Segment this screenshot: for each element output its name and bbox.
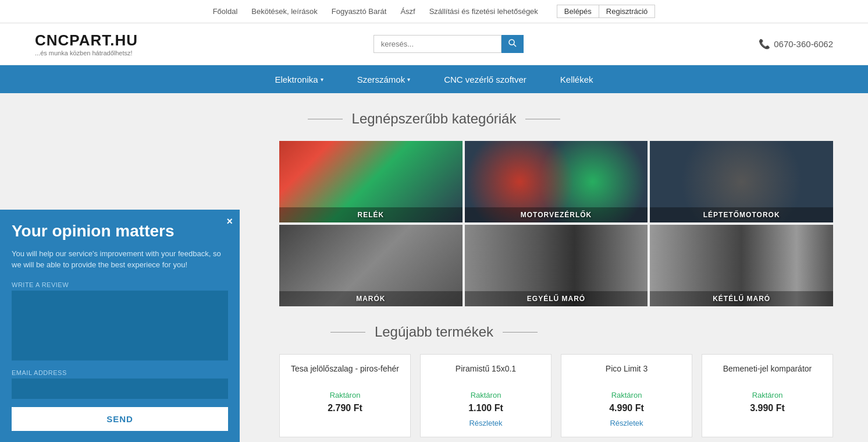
chevron-down-icon: ▾: [407, 76, 410, 83]
category-item-leptetomotor[interactable]: LÉPTETŐMOTOROK: [650, 141, 833, 222]
stock-badge: Raktáron: [289, 391, 401, 399]
search-input[interactable]: [373, 35, 501, 53]
product-price: 4.990 Ft: [571, 403, 682, 413]
stock-badge: Raktáron: [712, 391, 823, 399]
search-button[interactable]: [501, 35, 524, 53]
phone-icon: 📞: [759, 38, 770, 49]
bekotesek-link[interactable]: Bekötések, leírások: [251, 7, 317, 16]
phone-area: 📞 0670-360-6062: [759, 38, 833, 49]
register-button[interactable]: Regisztráció: [599, 5, 656, 18]
categories-title: Legnépszerűbb kategóriák: [35, 111, 833, 127]
category-bg: KÉTÉLŰ MARÓ: [650, 225, 833, 306]
search-area: [373, 35, 524, 53]
nav-cnc[interactable]: CNC vezérlő szoftver: [442, 65, 529, 93]
category-item-ketelumar[interactable]: KÉTÉLŰ MARÓ: [650, 225, 833, 306]
category-item-motorvezerlo[interactable]: MOTORVEZÉRLŐK: [465, 141, 648, 222]
category-item-left1[interactable]: RELÉK: [279, 141, 463, 222]
product-card-2: Pico Limit 3 Raktáron 4.990 Ft Részletek: [561, 354, 692, 437]
svg-point-0: [509, 40, 514, 45]
szallitasi-link[interactable]: Szállítási és fizetési lehetőségek: [429, 7, 538, 16]
close-button[interactable]: ×: [226, 215, 233, 228]
category-bg: EGYÉLŰ MARÓ: [465, 225, 648, 306]
login-button[interactable]: Belépés: [557, 5, 599, 18]
main-content: × Your opinion matters You will help our…: [0, 93, 868, 442]
logo-area: CNCPART.HU ...és munka közben hátradőlhe…: [35, 31, 138, 56]
opinion-description: You will help our service's improvement …: [12, 248, 228, 271]
product-card-1: Piramistű 15x0.1 Raktáron 1.100 Ft Részl…: [420, 354, 552, 437]
product-price: 3.990 Ft: [712, 403, 823, 413]
opinion-title: Your opinion matters: [12, 221, 228, 241]
details-link[interactable]: Részletek: [469, 419, 502, 427]
product-price: 1.100 Ft: [430, 403, 542, 413]
category-item-left2[interactable]: MARÓK: [279, 225, 463, 306]
category-bg: LÉPTETŐMOTOROK: [650, 141, 833, 222]
aszf-link[interactable]: Ászf: [400, 7, 415, 16]
nav-szerszamok[interactable]: Szerszámok ▾: [355, 65, 413, 93]
main-navigation: Elektronika ▾ Szerszámok ▾ CNC vezérlő s…: [0, 65, 868, 93]
home-link[interactable]: Főoldal: [213, 7, 238, 16]
product-card-0: Tesa jelölőszalag - piros-fehér Raktáron…: [279, 354, 411, 437]
email-input[interactable]: [12, 379, 228, 399]
stock-badge: Raktáron: [571, 391, 682, 399]
stock-badge: Raktáron: [430, 391, 542, 399]
top-navigation: Főoldal Bekötések, leírások Fogyasztó Ba…: [0, 0, 868, 23]
opinion-widget: × Your opinion matters You will help our…: [0, 210, 240, 442]
logo-sub: ...és munka közben hátradőlhetsz!: [35, 49, 138, 56]
logo-text: CNCPART.HU: [35, 31, 138, 49]
review-label: WRITE A REVIEW: [12, 281, 228, 288]
product-grid: Tesa jelölőszalag - piros-fehér Raktáron…: [279, 354, 833, 437]
product-name: Piramistű 15x0.1: [430, 364, 542, 386]
email-label: EMAIL ADDRESS: [12, 369, 228, 376]
svg-line-1: [513, 44, 515, 47]
nav-elektronika[interactable]: Elektronika ▾: [272, 65, 325, 93]
category-item-egyelu[interactable]: EGYÉLŰ MARÓ: [465, 225, 648, 306]
category-bg: MOTORVEZÉRLŐK: [465, 141, 648, 222]
nav-kellek[interactable]: Kellékek: [558, 65, 596, 93]
product-card-3: Bemeneti-jel komparátor Raktáron 3.990 F…: [702, 354, 833, 437]
product-name: Pico Limit 3: [571, 364, 682, 386]
product-name: Bemeneti-jel komparátor: [712, 364, 823, 386]
category-bg: RELÉK: [279, 141, 463, 222]
site-header: CNCPART.HU ...és munka közben hátradőlhe…: [0, 23, 868, 65]
review-textarea[interactable]: [12, 291, 228, 360]
auth-buttons: Belépés Regisztráció: [557, 5, 656, 18]
phone-number: 0670-360-6062: [774, 39, 833, 49]
details-link[interactable]: Részletek: [610, 419, 643, 427]
send-button[interactable]: SEND: [12, 407, 228, 431]
search-icon: [508, 39, 517, 47]
category-bg: MARÓK: [279, 225, 463, 306]
category-grid: RELÉK MOTORVEZÉRLŐK LÉPTETŐMOTOROK MARÓK…: [279, 141, 833, 306]
chevron-down-icon: ▾: [321, 76, 323, 83]
fogyaszto-link[interactable]: Fogyasztó Barát: [332, 7, 387, 16]
product-price: 2.790 Ft: [289, 403, 401, 413]
product-name: Tesa jelölőszalag - piros-fehér: [289, 364, 401, 386]
